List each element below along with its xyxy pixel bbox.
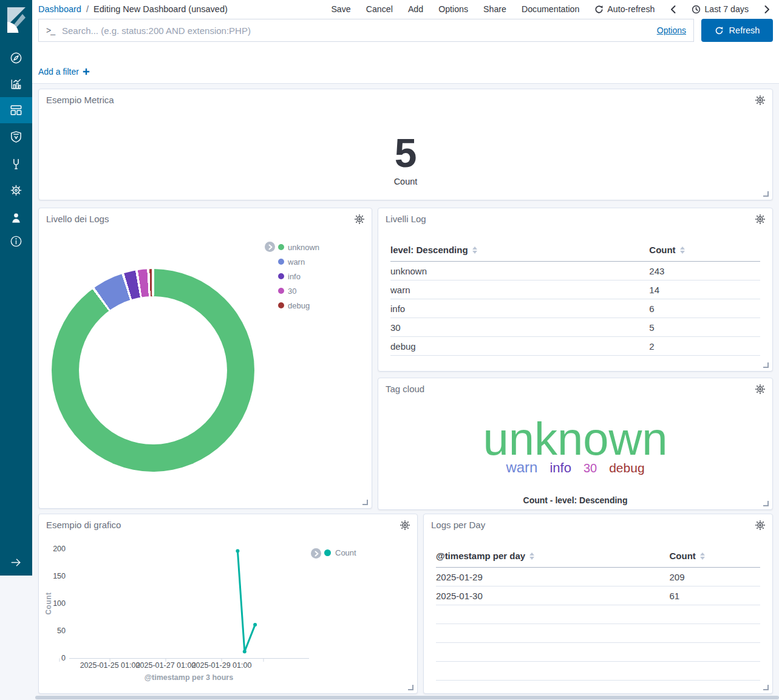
breadcrumb-dashboard-link[interactable]: Dashboard bbox=[38, 4, 81, 14]
cell-level: 30 bbox=[390, 322, 649, 333]
tag-warn[interactable]: warn bbox=[506, 459, 537, 476]
sidebar-item-discover[interactable] bbox=[0, 45, 32, 71]
sidebar-item-visualize[interactable] bbox=[0, 71, 32, 97]
time-picker-button[interactable]: Last 7 days bbox=[692, 4, 749, 14]
save-button[interactable]: Save bbox=[331, 4, 350, 14]
query-options-link[interactable]: Options bbox=[657, 25, 686, 35]
sidebar-item-dashboard[interactable] bbox=[0, 97, 32, 123]
sort-icon[interactable] bbox=[700, 552, 705, 560]
auto-refresh-label: Auto-refresh bbox=[607, 4, 655, 14]
add-button[interactable]: Add bbox=[408, 4, 423, 14]
legend-item[interactable]: warn bbox=[278, 254, 319, 269]
sidebar-item-info[interactable] bbox=[0, 228, 32, 254]
sidebar-item-management[interactable] bbox=[0, 177, 32, 203]
panel-resize-handle[interactable] bbox=[763, 191, 769, 197]
column-header-count[interactable]: Count bbox=[649, 245, 760, 255]
legend-toggle-icon[interactable] bbox=[311, 548, 321, 559]
cell-level: info bbox=[390, 304, 649, 314]
time-forward-button[interactable] bbox=[764, 5, 770, 14]
data-point bbox=[253, 623, 257, 627]
legend-label: Count bbox=[335, 548, 356, 557]
gear-icon bbox=[400, 520, 410, 531]
cell-count: 209 bbox=[669, 572, 760, 582]
panel-options-gear-icon[interactable] bbox=[755, 520, 766, 531]
legend-toggle-icon[interactable] bbox=[265, 242, 275, 252]
sidebar-item-account[interactable] bbox=[0, 205, 32, 231]
search-box[interactable]: >_ Options bbox=[38, 19, 694, 42]
horizontal-scrollbar[interactable] bbox=[35, 696, 779, 699]
add-filter-button[interactable]: Add a filter bbox=[38, 67, 90, 76]
refresh-button[interactable]: Refresh bbox=[701, 19, 773, 42]
clock-icon bbox=[692, 5, 701, 14]
line-chart bbox=[39, 539, 418, 669]
time-range-label: Last 7 days bbox=[704, 4, 749, 14]
table-row: debug 2 bbox=[390, 337, 760, 356]
chevron-right-icon bbox=[267, 244, 273, 250]
x-axis-title: @timestamp per 3 hours bbox=[128, 673, 250, 682]
column-header-timestamp[interactable]: @timestamp per day bbox=[436, 551, 669, 561]
cell-count: 61 bbox=[669, 591, 760, 601]
panel-resize-handle[interactable] bbox=[362, 500, 368, 505]
cancel-button[interactable]: Cancel bbox=[366, 4, 393, 14]
panel-resize-handle[interactable] bbox=[763, 362, 769, 368]
sidebar-collapse-button[interactable] bbox=[0, 549, 32, 576]
panel-resize-handle[interactable] bbox=[408, 685, 413, 690]
auto-refresh-button[interactable]: Auto-refresh bbox=[594, 4, 655, 14]
legend-dot bbox=[278, 259, 284, 265]
sort-icon[interactable] bbox=[680, 246, 685, 254]
panel-options-gear-icon[interactable] bbox=[755, 384, 766, 395]
donut-legend: unknown warn info 30 debug bbox=[278, 240, 319, 313]
documentation-link[interactable]: Documentation bbox=[522, 4, 579, 14]
column-header-count[interactable]: Count bbox=[669, 551, 760, 561]
logs-table: @timestamp per day Count 2025-01-29 209 … bbox=[436, 547, 760, 681]
column-header-level[interactable]: level: Descending bbox=[390, 245, 649, 255]
legend-item[interactable]: Count bbox=[324, 548, 356, 557]
sidebar-item-dev-tools[interactable] bbox=[0, 151, 32, 177]
share-button[interactable]: Share bbox=[483, 4, 506, 14]
sidebar-item-security[interactable] bbox=[0, 124, 32, 150]
panel-title: Esempio Metrica bbox=[46, 95, 114, 105]
panel-options-gear-icon[interactable] bbox=[755, 95, 766, 106]
tag-unknown[interactable]: unknown bbox=[378, 416, 772, 462]
donut-hole bbox=[79, 296, 227, 444]
x-tick-label: 2025-01-29 01:00 bbox=[188, 661, 255, 670]
legend-item[interactable]: unknown bbox=[278, 240, 319, 254]
legend-item[interactable]: info bbox=[278, 269, 319, 284]
panel-resize-handle[interactable] bbox=[763, 685, 769, 690]
kibana-logo[interactable] bbox=[0, 0, 32, 40]
legend-dot bbox=[324, 549, 331, 556]
sort-icon[interactable] bbox=[529, 552, 534, 560]
tag-30[interactable]: 30 bbox=[583, 461, 597, 475]
panel-title: Tag cloud bbox=[386, 384, 424, 394]
search-input[interactable] bbox=[62, 25, 650, 36]
gear-icon bbox=[755, 95, 766, 106]
panel-logs-table: Logs per Day @timestamp per day Count 20… bbox=[423, 514, 773, 694]
console-prompt-icon: >_ bbox=[46, 25, 55, 35]
sort-icon[interactable] bbox=[472, 246, 477, 254]
panel-options-gear-icon[interactable] bbox=[755, 214, 766, 225]
breadcrumb-current: Editing New Dashboard (unsaved) bbox=[94, 4, 228, 14]
tag-debug[interactable]: debug bbox=[609, 461, 644, 475]
table-row-empty bbox=[436, 605, 760, 624]
tag-info[interactable]: info bbox=[549, 460, 571, 476]
table-row: unknown 243 bbox=[390, 262, 760, 280]
cell-count: 6 bbox=[649, 304, 760, 314]
table-row-empty bbox=[436, 662, 760, 681]
sidebar bbox=[0, 0, 32, 576]
time-back-button[interactable] bbox=[670, 5, 676, 14]
table-header-row: @timestamp per day Count bbox=[436, 547, 760, 568]
panel-levels-table: Livelli Log level: Descending Count unkn… bbox=[378, 208, 773, 372]
panel-options-gear-icon[interactable] bbox=[354, 214, 365, 225]
options-button[interactable]: Options bbox=[438, 4, 468, 14]
legend-item[interactable]: 30 bbox=[278, 284, 319, 298]
legend-item[interactable]: debug bbox=[278, 298, 319, 313]
legend-label: warn bbox=[288, 257, 305, 267]
panel-options-gear-icon[interactable] bbox=[400, 520, 410, 531]
add-filter-label: Add a filter bbox=[38, 67, 79, 76]
gear-icon bbox=[9, 183, 23, 197]
cell-date: 2025-01-29 bbox=[436, 572, 669, 582]
shield-icon bbox=[9, 130, 23, 144]
donut-chart[interactable] bbox=[52, 269, 254, 472]
table-row: warn 14 bbox=[390, 280, 760, 299]
panel-resize-handle[interactable] bbox=[763, 501, 769, 506]
